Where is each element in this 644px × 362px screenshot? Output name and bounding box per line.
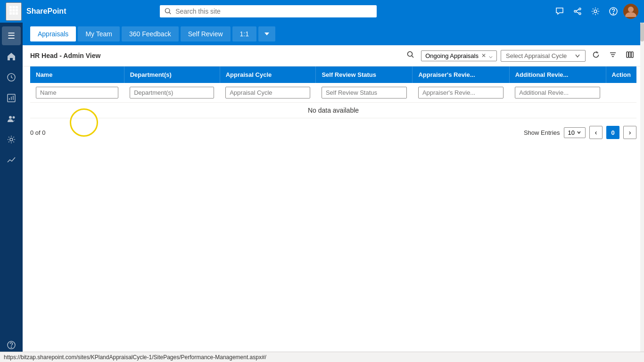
svg-rect-2 [16,6,18,8]
user-avatar[interactable] [623,4,638,19]
filter-cell-self-review[interactable] [316,83,413,103]
svg-point-30 [11,347,11,347]
sidebar-item-analytics[interactable] [2,151,21,170]
svg-rect-0 [9,6,12,8]
col-header-self-review: Self Review Status [316,66,413,83]
sidebar-item-menu[interactable]: ☰ [2,26,21,45]
prev-page-button[interactable]: ‹ [589,126,603,139]
chat-icon-button[interactable] [552,3,568,19]
self-review-filter-input[interactable] [322,87,407,99]
svg-line-32 [412,56,414,58]
sidebar-item-settings[interactable] [2,130,21,149]
entries-per-page-select[interactable]: 10 [564,127,586,138]
settings-icon-button[interactable] [587,3,603,19]
svg-point-9 [165,8,169,13]
svg-point-18 [613,13,614,14]
svg-point-16 [594,10,597,13]
filter-remove-button[interactable]: ✕ [481,52,486,59]
tab-appraisals[interactable]: Appraisals [30,26,76,41]
filter-tag-label: Ongoing Appraisals [425,52,479,59]
filter-cell-departments[interactable] [124,83,220,103]
col-header-appraiser-review: Appraiser's Revie... [413,66,509,83]
menu-icon: ☰ [8,31,15,41]
no-data-row: No data available [30,103,636,118]
filter-cell-appraiser-review[interactable] [413,83,509,103]
svg-line-10 [169,12,171,14]
status-bar: https://bitzap.sharepoint.com/sites/KPla… [0,352,644,362]
waffle-menu-button[interactable] [6,2,22,21]
settings-icon [7,135,16,144]
tabs-bar: Appraisals My Team 360 Feedback Self Rev… [23,23,644,45]
additional-review-filter-input[interactable] [515,87,600,99]
svg-point-11 [579,8,581,10]
svg-point-12 [574,10,576,12]
reports-icon [7,93,16,103]
svg-rect-37 [629,52,631,58]
filter-cell-appraisal-cycle[interactable] [220,83,316,103]
tab-my-team[interactable]: My Team [78,26,120,41]
nav-icons [552,3,638,19]
app-logo: SharePoint [26,7,66,16]
share-icon-button[interactable] [570,3,586,19]
filter-chevron-icon[interactable]: ⌵ [489,52,493,59]
records-count: 0 of 0 [30,129,46,136]
departments-filter-input[interactable] [130,87,214,99]
svg-rect-7 [13,12,15,15]
tab-one-on-one[interactable]: 1:1 [232,26,256,41]
ongoing-appraisals-filter[interactable]: Ongoing Appraisals ✕ ⌵ [421,50,497,61]
tab-more-button[interactable] [258,26,275,41]
filter-list-button[interactable] [606,49,619,62]
view-title: HR Head - Admin View [30,52,100,59]
sidebar-item-home[interactable] [2,47,21,66]
filter-cell-name[interactable] [30,83,124,103]
table-filter-row [30,83,636,103]
tab-self-review[interactable]: Self Review [181,26,231,41]
sidebar-item-reports[interactable] [2,89,21,107]
svg-rect-4 [13,9,15,11]
table-container: Name Department(s) Appraisal Cycle Self … [23,66,644,118]
filter-cell-action [606,83,636,103]
col-header-action: Action [606,66,636,83]
appraisals-table: Name Department(s) Appraisal Cycle Self … [30,66,636,118]
show-entries-label: Show Entries [524,129,560,136]
column-settings-button[interactable] [623,49,636,62]
search-input[interactable] [175,8,372,15]
search-box[interactable] [160,5,377,17]
activity-icon [7,73,16,82]
scroll-thumb[interactable] [640,23,644,41]
appraiser-review-filter-input[interactable] [418,87,504,99]
table-header-row: Name Department(s) Appraisal Cycle Self … [30,66,636,83]
svg-point-26 [9,116,12,119]
current-page: 0 [606,126,619,139]
appraisal-cycle-select[interactable]: Select Appraisal Cycle [501,50,586,62]
entries-value: 10 [568,129,575,136]
pagination-bar: 0 of 0 Show Entries 10 ‹ 0 › [23,122,644,143]
svg-line-14 [576,9,579,11]
pagination-right: Show Entries 10 ‹ 0 › [524,126,636,139]
toolbar-right: Ongoing Appraisals ✕ ⌵ Select Appraisal … [404,49,636,62]
svg-rect-6 [9,12,12,15]
view-toolbar: HR Head - Admin View Ongoing Appraisals … [23,45,644,66]
next-page-button[interactable]: › [623,126,636,139]
home-icon [7,52,16,61]
sidebar-item-people[interactable] [2,109,21,128]
svg-line-15 [576,12,579,13]
tab-360-feedback[interactable]: 360 Feedback [122,26,179,41]
search-toggle-button[interactable] [404,49,417,62]
filter-cell-additional-review[interactable] [509,83,606,103]
content-area: HR Head - Admin View Ongoing Appraisals … [23,45,644,362]
entries-chevron-icon [577,130,581,135]
name-filter-input[interactable] [36,87,118,99]
refresh-button[interactable] [589,49,603,62]
col-header-additional-review: Additional Revie... [509,66,606,83]
appraisal-cycle-filter-input[interactable] [225,87,310,99]
help-icon-button[interactable] [605,3,621,19]
chevron-down-icon [575,53,580,58]
sidebar-item-activity[interactable] [2,68,21,87]
svg-rect-1 [13,6,15,8]
svg-point-31 [408,52,413,57]
svg-rect-8 [16,12,18,15]
no-data-message: No data available [30,103,636,118]
svg-rect-3 [9,9,12,11]
svg-point-28 [10,138,13,141]
